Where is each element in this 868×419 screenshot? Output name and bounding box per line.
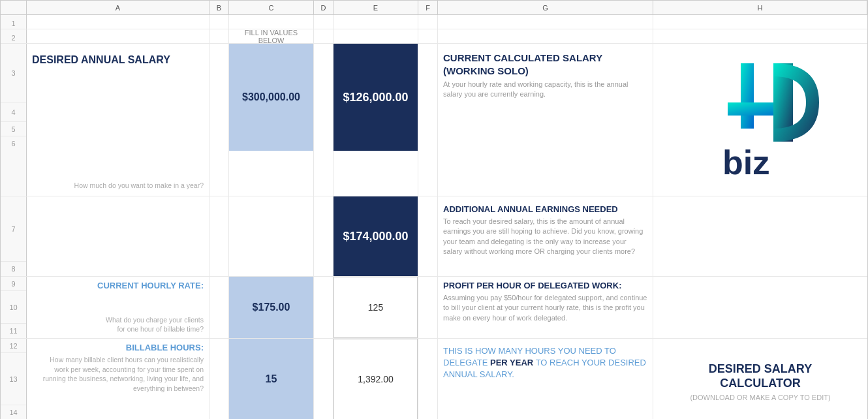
- rownum-13: 13: [1, 353, 26, 405]
- cell-hourly-a: CURRENT HOURLY RATE: What do you charge …: [27, 277, 209, 338]
- cell-billable-g: THIS IS HOW MANY HOURS YOU NEED TO DELEG…: [438, 339, 653, 419]
- cell-2f: [418, 29, 438, 43]
- cell-1b: [209, 15, 229, 29]
- cell-1e: [333, 15, 418, 29]
- corner-cell: [1, 1, 27, 14]
- hourly-rate-helper: What do you charge your clients for one …: [32, 315, 204, 334]
- rownum-14: 14: [1, 405, 26, 419]
- col-header-f: F: [418, 1, 438, 14]
- cell-7a: [27, 196, 209, 276]
- rownum-8: 8: [1, 262, 26, 276]
- billable-hours-input[interactable]: 15: [229, 339, 313, 419]
- current-calc-title: CURRENT CALCULATED SALARY(WORKING SOLO): [443, 52, 647, 77]
- cell-hourly-d: [314, 277, 333, 338]
- cell-1d: [314, 15, 333, 29]
- row-nums-9-11: 9 10 11: [1, 277, 27, 338]
- rownum-11: 11: [1, 324, 26, 338]
- cell-2d: [314, 29, 333, 43]
- cell-desired-salary-b: [209, 44, 229, 196]
- cell-7h: [653, 196, 867, 276]
- section-additional: 7 8 $174,000.00 ADDITIONAL ANNUAL EARNIN…: [1, 196, 867, 277]
- cell-desired-salary-a: DESIRED ANNUAL SALARY How much do you wa…: [27, 44, 209, 196]
- cell-7f: [418, 196, 438, 276]
- cell-desired-salary-g: CURRENT CALCULATED SALARY(WORKING SOLO) …: [438, 44, 653, 196]
- cell-billable-d: [314, 339, 333, 419]
- col-header-b: B: [209, 1, 229, 14]
- cell-hourly-h: [653, 277, 867, 338]
- cell-billable-c: 15: [229, 339, 314, 419]
- rownum-6: 6: [1, 136, 26, 151]
- hourly-rate-label: CURRENT HOURLY RATE:: [32, 281, 204, 290]
- current-calc-desc: At your hourly rate and working capacity…: [443, 80, 647, 100]
- cell-2h: [653, 29, 867, 43]
- svg-marker-0: [741, 63, 754, 129]
- profit-per-hour-label: PROFIT PER HOUR OF DELEGATED WORK:: [443, 281, 647, 290]
- row-nums-7-8: 7 8: [1, 196, 27, 276]
- billable-hours-label: BILLABLE HOURS:: [32, 343, 204, 352]
- cell-1c: [229, 15, 314, 29]
- col-header-c: C: [229, 1, 314, 14]
- additional-title: ADDITIONAL ANNUAL EARNINGS NEEDED: [443, 204, 647, 214]
- rownum-4: 4: [1, 102, 26, 122]
- cell-billable-h: DESIRED SALARYCALCULATOR (DOWNLOAD OR MA…: [653, 339, 867, 419]
- col-header-h: H: [653, 1, 867, 14]
- rownum-2: 2: [1, 29, 27, 43]
- cell-billable-a: BILLABLE HOURS: How many billable client…: [27, 339, 209, 419]
- col-header-a: A: [27, 1, 209, 14]
- desired-calc-title: DESIRED SALARYCALCULATOR: [709, 362, 812, 390]
- cell-1a: [27, 15, 209, 29]
- cell-billable-b: [209, 339, 229, 419]
- cell-hourly-c: $175.00: [229, 277, 314, 338]
- cell-hourly-b: [209, 277, 229, 338]
- cell-hourly-g: PROFIT PER HOUR OF DELEGATED WORK: Assum…: [438, 277, 653, 338]
- row-nums-3-6: 3 4 5 6: [1, 44, 27, 196]
- rownum-3: 3: [1, 44, 26, 102]
- cell-2e: [333, 29, 418, 43]
- cell-desired-salary-f: [418, 44, 438, 196]
- cell-1g: [438, 15, 653, 29]
- additional-value: $174,000.00: [333, 196, 418, 276]
- cell-7g: ADDITIONAL ANNUAL EARNINGS NEEDED To rea…: [438, 196, 653, 276]
- col-header-e: E: [333, 1, 418, 14]
- cell-2a: [27, 29, 209, 43]
- logo-area: biz: [689, 50, 832, 196]
- delegate-year-value: 1,392.00: [333, 339, 418, 419]
- row-2: 2 FILL IN VALUES BELOW: [1, 29, 867, 44]
- desired-salary-title: DESIRED ANNUAL SALARY: [32, 54, 204, 66]
- billable-hours-helper: How many billable client hours can you r…: [32, 355, 204, 394]
- fill-in-label: FILL IN VALUES BELOW: [229, 29, 314, 43]
- cell-hourly-e: 125: [333, 277, 418, 338]
- desired-salary-helper: How much do you want to make in a year?: [32, 181, 204, 191]
- rownum-1: 1: [1, 15, 27, 29]
- spreadsheet: A B C D E F G H 1 2 FILL IN VALUES BELOW: [0, 0, 868, 419]
- cell-desired-salary-c: $300,000.00: [229, 44, 314, 196]
- cell-1f: [418, 15, 438, 29]
- col-header-d: D: [314, 1, 333, 14]
- section-desired-salary: 3 4 5 6 DESIRED ANNUAL SALARY How much d…: [1, 44, 867, 196]
- cell-desired-salary-e: $126,000.00: [333, 44, 418, 196]
- hourly-rate-input[interactable]: $175.00: [229, 277, 313, 338]
- cell-hourly-f: [418, 277, 438, 338]
- cell-7d: [314, 196, 333, 276]
- cell-desired-salary-d: [314, 44, 333, 196]
- download-label: (DOWNLOAD OR MAKE A COPY TO EDIT): [690, 394, 830, 401]
- row-1: 1: [1, 15, 867, 29]
- biz-text: biz: [722, 144, 769, 181]
- rownum-7: 7: [1, 196, 26, 262]
- row-nums-12-14: 12 13 14: [1, 339, 27, 419]
- 4d-biz-logo-svg: biz: [689, 50, 832, 194]
- section-hourly: 9 10 11 CURRENT HOURLY RATE: What do you…: [1, 277, 867, 339]
- current-calc-value: $126,000.00: [333, 44, 418, 151]
- rownum-5: 5: [1, 122, 26, 136]
- cell-billable-f: [418, 339, 438, 419]
- delegate-year-text: THIS IS HOW MANY HOURS YOU NEED TO DELEG…: [443, 345, 647, 381]
- profit-value: 125: [333, 277, 418, 338]
- cell-logo-top: biz: [653, 44, 867, 196]
- rownum-10: 10: [1, 291, 26, 324]
- cell-1h: [653, 15, 867, 29]
- cell-7b: [209, 196, 229, 276]
- additional-desc: To reach your desired salary, this is th…: [443, 217, 647, 257]
- column-headers: A B C D E F G H: [1, 1, 867, 15]
- desired-salary-input[interactable]: $300,000.00: [229, 44, 313, 151]
- col-header-g: G: [438, 1, 653, 14]
